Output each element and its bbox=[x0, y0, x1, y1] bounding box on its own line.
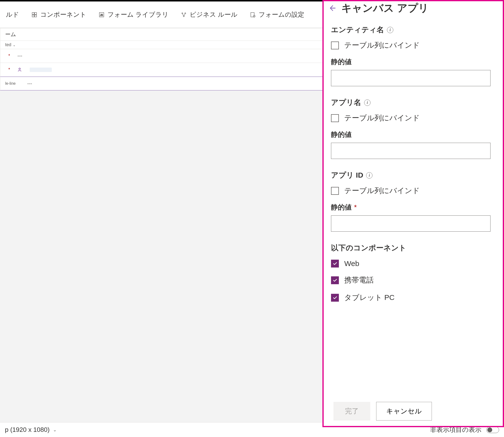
panel-body: エンティティ名 i テーブル列にバインド 静的値 アプリ名 i テーブル列にバイ… bbox=[324, 20, 503, 396]
panel-header: キャンバス アプリ bbox=[324, 1, 503, 20]
svg-rect-0 bbox=[32, 13, 34, 14]
appid-bind-label: テーブル列にバインド bbox=[344, 186, 420, 196]
toolbar-form-settings[interactable]: フォームの設定 bbox=[246, 8, 308, 21]
form-row-1-value: --- bbox=[17, 53, 22, 59]
toolbar-component[interactable]: コンポーネント bbox=[27, 9, 90, 20]
info-icon[interactable]: i bbox=[366, 172, 372, 179]
done-button: 完了 bbox=[333, 402, 370, 421]
resolution-selector[interactable]: p (1920 x 1080) ⌄ bbox=[5, 426, 57, 434]
appid-static-label: 静的値 * bbox=[331, 203, 491, 212]
app-name-section: アプリ名 i テーブル列にバインド 静的値 bbox=[331, 98, 491, 159]
person-icon bbox=[17, 67, 22, 72]
component-phone-row: 携帯電話 bbox=[331, 275, 491, 285]
entity-name-text: エンティティ名 bbox=[331, 25, 384, 35]
caret-down-icon: ⌄ bbox=[13, 43, 16, 47]
appid-bind-checkbox-row: テーブル列にバインド bbox=[331, 186, 491, 196]
svg-rect-9 bbox=[251, 13, 254, 17]
hidden-items-toggle[interactable] bbox=[486, 427, 499, 433]
svg-text:JS: JS bbox=[100, 14, 103, 16]
required-asterisk: * bbox=[354, 203, 357, 211]
toolbar-business-rule[interactable]: ビジネス ルール bbox=[177, 8, 241, 21]
toolbar-component-label: コンポーネント bbox=[40, 11, 86, 18]
svg-rect-2 bbox=[32, 15, 34, 17]
components-section: 以下のコンポーネント Web 携帯電話 タブレット PC bbox=[331, 243, 491, 303]
caret-down-icon: ⌄ bbox=[53, 427, 57, 433]
toolbar-field-label: ルド bbox=[6, 10, 19, 19]
required-asterisk: * bbox=[5, 67, 10, 72]
appname-static-label: 静的値 bbox=[331, 130, 491, 139]
svg-rect-1 bbox=[35, 13, 37, 14]
panel-footer: 完了 キャンセル bbox=[324, 396, 503, 426]
svg-point-11 bbox=[19, 68, 20, 70]
app-id-text: アプリ ID bbox=[331, 170, 363, 180]
component-tablet-checkbox[interactable] bbox=[331, 294, 339, 302]
entity-name-section: エンティティ名 i テーブル列にバインド 静的値 bbox=[331, 25, 491, 86]
form-row-2-value-blurred bbox=[30, 68, 52, 72]
toolbar-form-settings-label: フォームの設定 bbox=[259, 10, 304, 19]
form-header-text: ーム bbox=[5, 31, 16, 37]
appname-bind-checkbox-row: テーブル列にバインド bbox=[331, 113, 491, 123]
svg-point-7 bbox=[185, 13, 186, 14]
component-phone-checkbox[interactable] bbox=[331, 276, 339, 284]
entity-bind-checkbox[interactable] bbox=[331, 42, 339, 49]
entity-bind-label: テーブル列にバインド bbox=[344, 40, 420, 50]
toolbar-form-library-label: フォーム ライブラリ bbox=[107, 11, 169, 18]
component-web-row: Web bbox=[331, 259, 491, 268]
info-icon[interactable]: i bbox=[364, 99, 371, 106]
entity-static-label: 静的値 bbox=[331, 57, 491, 67]
entity-bind-checkbox-row: テーブル列にバインド bbox=[331, 40, 491, 50]
js-icon: JS bbox=[98, 11, 105, 18]
cancel-button[interactable]: キャンセル bbox=[376, 402, 432, 421]
resolution-text: p (1920 x 1080) bbox=[5, 426, 50, 434]
form-row-3-label: le-line bbox=[5, 81, 20, 86]
app-name-text: アプリ名 bbox=[331, 98, 361, 108]
svg-point-6 bbox=[182, 13, 183, 14]
canvas-app-panel: キャンバス アプリ エンティティ名 i テーブル列にバインド 静的値 アプリ名 … bbox=[322, 0, 504, 427]
component-phone-label: 携帯電話 bbox=[344, 275, 374, 285]
appname-bind-label: テーブル列にバインド bbox=[344, 113, 420, 123]
appid-static-input[interactable] bbox=[331, 215, 491, 232]
flow-icon bbox=[180, 11, 187, 18]
appid-bind-checkbox[interactable] bbox=[331, 187, 339, 195]
toolbar-field[interactable]: ルド bbox=[2, 8, 23, 21]
component-web-label: Web bbox=[344, 259, 359, 268]
component-web-checkbox[interactable] bbox=[331, 260, 339, 268]
app-name-label: アプリ名 i bbox=[331, 98, 491, 108]
component-tablet-label: タブレット PC bbox=[344, 293, 395, 303]
components-heading: 以下のコンポーネント bbox=[331, 243, 491, 253]
form-settings-icon bbox=[249, 11, 256, 18]
svg-rect-3 bbox=[35, 15, 37, 17]
toolbar-form-library[interactable]: JS フォーム ライブラリ bbox=[95, 9, 172, 20]
toolbar-business-rule-label: ビジネス ルール bbox=[190, 10, 238, 19]
appname-static-input[interactable] bbox=[331, 143, 491, 159]
component-icon bbox=[31, 11, 38, 18]
required-asterisk: * bbox=[5, 53, 10, 58]
app-id-label: アプリ ID i bbox=[331, 170, 491, 180]
appname-bind-checkbox[interactable] bbox=[331, 114, 339, 122]
appid-static-label-text: 静的値 bbox=[331, 203, 352, 212]
form-related-text: ted bbox=[5, 42, 11, 47]
entity-name-label: エンティティ名 i bbox=[331, 25, 491, 35]
app-id-section: アプリ ID i テーブル列にバインド 静的値 * bbox=[331, 170, 491, 232]
back-arrow-icon[interactable] bbox=[329, 4, 337, 12]
form-row-3-value: --- bbox=[27, 81, 32, 86]
entity-static-input[interactable] bbox=[331, 70, 491, 86]
info-icon[interactable]: i bbox=[387, 27, 393, 33]
panel-title: キャンバス アプリ bbox=[341, 1, 429, 15]
svg-point-8 bbox=[183, 16, 184, 17]
component-tablet-row: タブレット PC bbox=[331, 293, 491, 303]
